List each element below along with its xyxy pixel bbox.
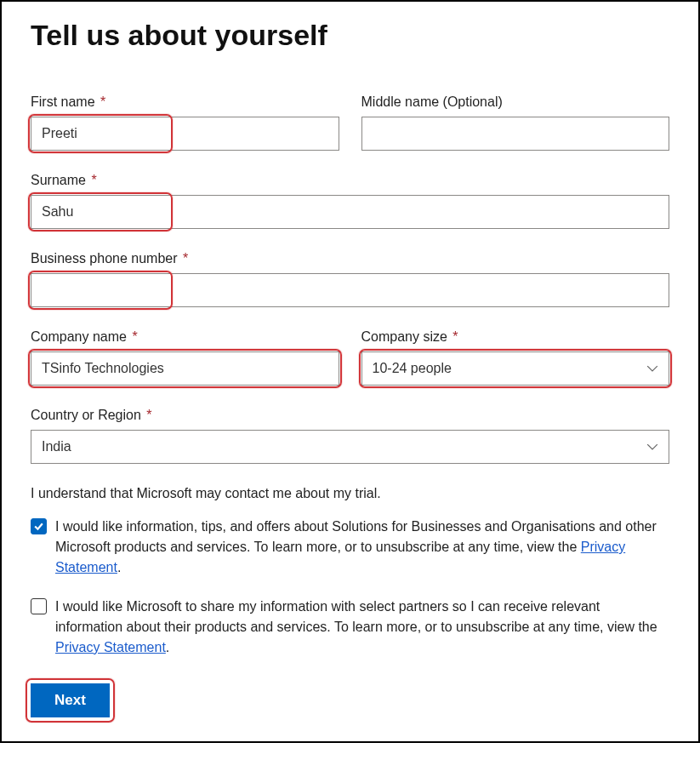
surname-label: Surname * [31,173,669,188]
middle-name-field[interactable] [361,117,670,151]
chevron-down-icon [646,363,658,374]
first-name-label: First name * [31,94,339,110]
phone-label: Business phone number * [31,251,669,266]
company-size-label: Company size * [361,329,670,345]
privacy-link[interactable]: Privacy Statement [55,640,166,654]
company-size-value: 10-24 people [373,361,647,376]
country-value: India [42,439,646,454]
chevron-down-icon [646,441,658,453]
surname-field[interactable] [31,195,669,229]
first-name-field[interactable] [31,117,339,151]
share-partners-label: I would like Microsoft to share my infor… [55,597,669,658]
country-select[interactable]: India [31,430,669,464]
company-size-select[interactable]: 10-24 people [361,351,670,386]
info-offers-label: I would like information, tips, and offe… [55,517,669,578]
consent-intro: I understand that Microsoft may contact … [31,486,669,501]
signup-form: Tell us about yourself First name * Midd… [0,0,700,743]
company-name-field[interactable] [31,351,339,386]
share-partners-checkbox[interactable] [31,598,47,614]
country-label: Country or Region * [31,408,669,423]
middle-name-label: Middle name (Optional) [361,94,670,110]
page-title: Tell us about yourself [31,19,669,52]
company-name-label: Company name * [31,329,339,345]
info-offers-checkbox[interactable] [31,518,47,534]
phone-field[interactable] [31,273,669,307]
next-button[interactable]: Next [31,683,110,717]
